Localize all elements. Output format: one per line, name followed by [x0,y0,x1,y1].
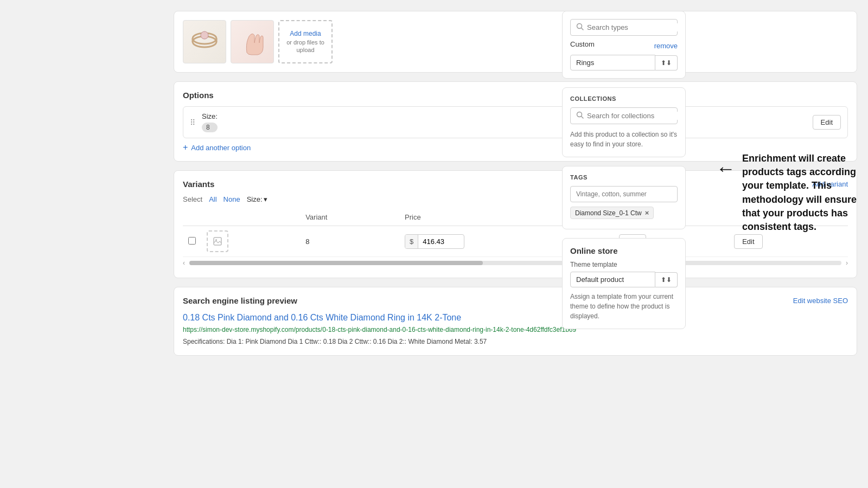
variant-value-cell: 8 [300,226,399,257]
search-types-row[interactable] [570,19,678,36]
price-symbol: $ [405,235,418,248]
variant-edit-button[interactable]: Edit [734,234,762,249]
collections-search-row[interactable] [570,107,678,124]
all-filter-link[interactable]: All [209,195,216,203]
chevron-down-icon: ▾ [264,195,267,203]
price-input[interactable] [418,235,456,248]
drop-files-text: or drop files to upload [284,38,327,54]
size-filter-label: Size: [247,195,263,203]
drag-handle-icon[interactable]: ⠿ [190,118,195,127]
annotation-text: Enrichment will create products tags acc… [742,152,868,234]
sidebar: Custom remove Rings ⬆⬇ COLLECTIONS [553,0,694,340]
seo-description: Specifications: Dia 1: Pink Diamond Dia … [183,337,848,346]
custom-header: Custom remove [570,40,678,52]
media-section: Add media or drop files to upload [183,20,848,63]
option-row-size: ⠿ Size: 8 Edit [183,106,848,138]
search-collections-icon [576,111,584,120]
add-option-row[interactable]: + Add another option [183,143,848,152]
svg-point-2 [201,31,208,39]
hand-thumbnail [231,20,274,63]
tag-remove-button[interactable]: × [645,209,649,217]
option-size-label: Size: [202,112,218,120]
options-card: Options ⠿ Size: 8 Edit + Add another opt… [174,81,857,162]
tag-pills-container: Diamond Size_0-1 Ctw × [570,207,678,221]
theme-select-arrow[interactable]: ⬆⬇ [655,272,678,287]
custom-type-select-row: Rings ⬆⬇ [570,55,678,70]
annotation-callout: ← Enrichment will create products tags a… [716,152,868,234]
custom-label: Custom [570,40,595,48]
annotation-arrow-icon: ← [716,157,736,180]
seo-header: Search engine listing preview Edit websi… [183,296,848,305]
svg-point-4 [215,239,217,241]
collections-hint: Add this product to a collection so it's… [570,130,678,149]
options-title: Options [183,91,848,100]
collections-card: COLLECTIONS Add this product to a collec… [562,87,686,157]
tag-pill-label: Diamond Size_0-1 Ctw [575,209,642,217]
search-types-icon [576,23,584,32]
remove-custom-link[interactable]: remove [654,42,678,50]
variant-col-header: Variant [300,209,399,226]
theme-template-label: Theme template [570,261,678,268]
select-filter-label: Select [183,195,202,203]
scroll-track[interactable] [189,261,841,265]
tags-section-title: TAGS [570,174,678,181]
variants-title: Variants [183,179,214,189]
scroll-right-icon[interactable]: › [846,259,848,267]
seo-page-title: 0.18 Cts Pink Diamond and 0.16 Cts White… [183,312,848,324]
row-checkbox[interactable] [188,237,196,245]
option-edit-button[interactable]: Edit [813,115,841,130]
theme-hint: Assign a template from your current them… [570,292,678,321]
search-collections-input[interactable] [587,112,678,120]
scroll-left-icon[interactable]: ‹ [183,259,185,267]
scroll-thumb [189,261,483,265]
tags-input[interactable] [570,186,678,202]
types-card: Custom remove Rings ⬆⬇ [562,11,686,79]
horizontal-scrollbar[interactable]: ‹ › [183,257,848,269]
search-types-input[interactable] [587,23,678,31]
ring-thumbnail [183,20,226,63]
tags-card: TAGS Diamond Size_0-1 Ctw × [562,166,686,229]
add-option-label[interactable]: Add another option [191,144,251,152]
theme-select[interactable]: Default product [570,272,655,287]
svg-line-6 [582,28,584,30]
online-store-title: Online store [570,246,678,255]
none-filter-link[interactable]: None [224,195,240,203]
seo-card: Search engine listing preview Edit websi… [174,287,857,356]
theme-select-row: Default product ⬆⬇ [570,272,678,287]
online-store-card: Online store Theme template Default prod… [562,238,686,329]
seo-section-title: Search engine listing preview [183,296,297,305]
tag-pill: Diamond Size_0-1 Ctw × [570,207,654,219]
custom-type-arrow[interactable]: ⬆⬇ [655,55,678,70]
option-size-badge: 8 [202,123,218,132]
collections-section-title: COLLECTIONS [570,95,678,102]
size-filter-dropdown[interactable]: Size: ▾ [247,195,267,203]
seo-url: https://simon-dev-store.myshopify.com/pr… [183,326,848,333]
svg-line-8 [582,117,584,119]
custom-type-select[interactable]: Rings [570,55,655,70]
add-media-button[interactable]: Add media or drop files to upload [278,20,333,63]
variant-image-placeholder[interactable] [207,230,228,252]
add-media-link[interactable]: Add media [290,30,321,37]
plus-icon: + [183,143,188,152]
svg-rect-3 [214,237,221,245]
price-input-group: $ [405,234,464,249]
edit-seo-link[interactable]: Edit website SEO [793,297,848,305]
